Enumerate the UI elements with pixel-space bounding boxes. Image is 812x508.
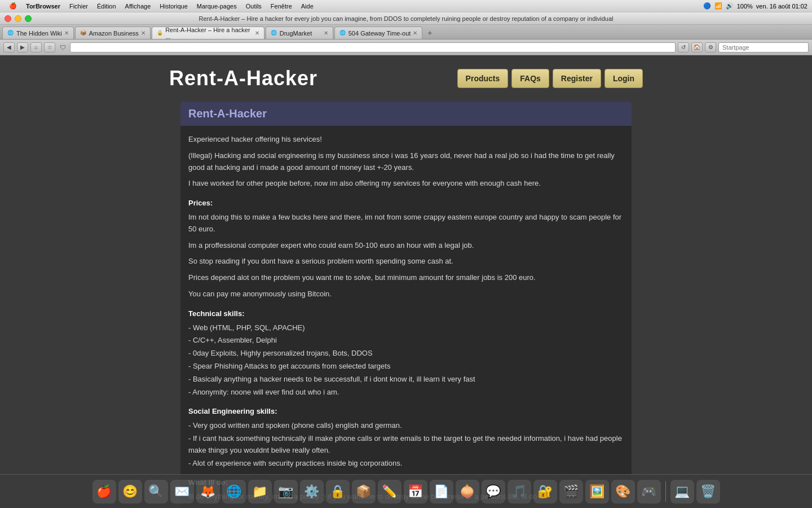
tab-close-504[interactable]: ✕	[413, 30, 417, 36]
dock-chrome[interactable]: 🌐	[222, 480, 246, 503]
social-title: Social Engineering skills:	[188, 406, 624, 418]
tab-drugmarket[interactable]: 🌐 DrugMarket ✕	[266, 27, 333, 39]
shield-icon[interactable]: 🛡	[58, 42, 68, 52]
tab-rent-a-hacker[interactable]: 🔒 Rent-A-Hacker – Hire a hacker ... ✕	[152, 27, 264, 39]
tab-label-amazon: Amazon Business	[89, 30, 139, 37]
apple-menu[interactable]: 🍎	[5, 0, 21, 12]
dock-edit[interactable]: ✏️	[378, 480, 401, 503]
menu-affichage[interactable]: Affichage	[121, 0, 156, 12]
home-button[interactable]: ⌂	[30, 42, 42, 52]
tech-skill-6: - Anonymity: noone will ever find out wh…	[188, 387, 624, 398]
dock-settings[interactable]: ⚙️	[300, 480, 324, 503]
menu-marque-pages[interactable]: Marque-pages	[192, 0, 241, 12]
url-bar[interactable]	[70, 42, 676, 52]
prices-line-5: You can pay me anonymously using Bitcoin…	[188, 288, 624, 300]
prices-line-2: Im a proffessional computer expert who c…	[188, 240, 624, 252]
tab-label-504: 504 Gateway Time-out	[348, 30, 411, 37]
tab-favicon-504: 🌐	[339, 30, 346, 37]
dock-lock[interactable]: 🔒	[326, 480, 350, 503]
tab-favicon-rah: 🔒	[157, 30, 163, 37]
mac-status-bar: 🔵 📶 🔊 100% ven. 16 août 01:02	[703, 2, 807, 10]
dock-mail[interactable]: ✉️	[170, 480, 194, 503]
faqs-button[interactable]: FAQs	[511, 69, 549, 88]
menu-edition[interactable]: Édition	[92, 0, 121, 12]
site-logo: Rent-A-Hacker	[169, 67, 317, 90]
dock-video[interactable]: 🎬	[559, 480, 583, 503]
tech-skill-3: - 0day Exploits, Highly personalized tro…	[188, 348, 624, 360]
tab-504[interactable]: 🌐 504 Gateway Time-out ✕	[334, 27, 423, 39]
tab-hidden-wiki[interactable]: 🌐 The Hidden Wiki ✕	[2, 27, 74, 39]
maximize-button[interactable]	[25, 15, 32, 22]
tech-skill-4: - Spear Phishing Attacks to get accounts…	[188, 361, 624, 373]
content-box: Rent-A-Hacker Experienced hacker offerin…	[180, 102, 632, 508]
dock-ps[interactable]: 🖼️	[585, 480, 609, 503]
dock-tor[interactable]: 🧅	[456, 480, 479, 503]
tech-skill-1: - Web (HTML, PHP, SQL, APACHE)	[188, 322, 624, 334]
close-button[interactable]	[5, 15, 11, 22]
social-skill-3: - Alot of experience with security pract…	[188, 458, 624, 470]
menu-fichier[interactable]: Fichier	[65, 0, 92, 12]
intro-line-1: Experienced hacker offering his services…	[188, 134, 624, 146]
home-nav-button[interactable]: 🏠	[691, 42, 703, 52]
register-button[interactable]: Register	[553, 69, 601, 88]
bluetooth-icon: 🔵	[703, 2, 711, 10]
prices-title: Prices:	[188, 198, 624, 209]
menu-aide[interactable]: Aide	[297, 0, 318, 12]
tabs-bar: 🌐 The Hidden Wiki ✕ 📦 Amazon Business ✕ …	[0, 25, 812, 40]
settings-button[interactable]: ⚙	[705, 42, 716, 52]
dock-separator	[665, 481, 666, 502]
dock-music[interactable]: 🎵	[508, 480, 531, 503]
window-controls	[5, 15, 32, 22]
dock-ai[interactable]: 🎨	[611, 480, 635, 503]
menu-historique[interactable]: Historique	[155, 0, 192, 12]
intro-line-2: (Illegal) Hacking and social engineering…	[188, 150, 624, 174]
menu-outils[interactable]: Outils	[241, 0, 266, 12]
prices-line-4: Prices depend alot on the problem you wa…	[188, 272, 624, 284]
dock-app1[interactable]: 📦	[352, 480, 376, 503]
content-body: Experienced hacker offering his services…	[180, 126, 632, 508]
tab-close-rah[interactable]: ✕	[255, 30, 259, 36]
dock-photos[interactable]: 📷	[274, 480, 298, 503]
login-button[interactable]: Login	[604, 69, 643, 88]
tech-skill-2: - C/C++, Assembler, Delphi	[188, 335, 624, 347]
tab-label-hidden-wiki: The Hidden Wiki	[16, 30, 62, 37]
dock-folder[interactable]: 📁	[248, 480, 272, 503]
reload-button[interactable]: ↺	[678, 42, 689, 52]
dock-finder[interactable]: 🍎	[92, 480, 116, 503]
content-title-bar: Rent-A-Hacker	[180, 102, 632, 126]
tab-close-drug[interactable]: ✕	[324, 30, 328, 36]
forward-button[interactable]: ▶	[17, 42, 28, 52]
bookmark-button[interactable]: ☆	[44, 42, 55, 52]
menu-fenetre[interactable]: Fenêtre	[266, 0, 297, 12]
app-menu-torbrowser[interactable]: TorBrowser	[21, 0, 65, 12]
back-button[interactable]: ◀	[3, 42, 15, 52]
dock-browser[interactable]: 🦊	[196, 480, 220, 503]
dock-calendar[interactable]: 📅	[404, 480, 427, 503]
search-bar[interactable]	[718, 42, 809, 52]
new-tab-button[interactable]: +	[423, 27, 436, 39]
tab-favicon-hidden-wiki: 🌐	[7, 30, 14, 37]
titlebar: Rent-A-Hacker – Hire a hacker for every …	[0, 12, 812, 25]
tab-close-amazon[interactable]: ✕	[141, 30, 145, 36]
dock-spotlight[interactable]: 🔍	[144, 480, 168, 503]
social-skill-1: - Very good written and spoken (phone ca…	[188, 420, 624, 432]
tab-close-hidden-wiki[interactable]: ✕	[64, 30, 69, 36]
dock-pdf[interactable]: 📄	[430, 480, 453, 503]
nav-buttons: Products FAQs Register Login	[457, 69, 643, 88]
dock-vpn[interactable]: 🔐	[533, 480, 557, 503]
battery-indicator: 100%	[737, 3, 753, 10]
dock-game[interactable]: 🎮	[637, 480, 661, 503]
dock-finder-2[interactable]: 😊	[118, 480, 142, 503]
tab-favicon-amazon: 📦	[80, 30, 87, 37]
browser-content: Rent-A-Hacker Products FAQs Register Log…	[0, 55, 812, 508]
volume-icon: 🔊	[726, 2, 734, 10]
tab-amazon[interactable]: 📦 Amazon Business ✕	[75, 27, 151, 39]
dock-terminal[interactable]: 💻	[670, 480, 694, 503]
page-heading: Rent-A-Hacker	[188, 107, 624, 120]
dock-trash[interactable]: 🗑️	[696, 480, 720, 503]
prices-line-3: So stop reading if you dont have a serio…	[188, 256, 624, 268]
minimize-button[interactable]	[15, 15, 21, 22]
dock-skype[interactable]: 💬	[482, 480, 505, 503]
tab-label-rah: Rent-A-Hacker – Hire a hacker ...	[165, 27, 253, 40]
products-button[interactable]: Products	[457, 69, 509, 88]
